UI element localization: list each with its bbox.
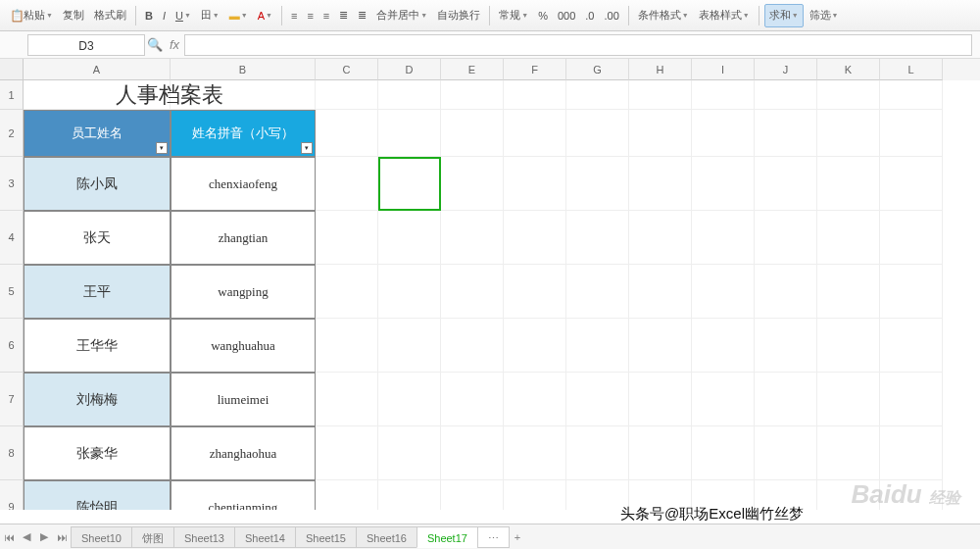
column-header-F[interactable]: F (504, 59, 566, 80)
row-header-1[interactable]: 1 (0, 80, 24, 110)
font-color-button[interactable]: A▼ (254, 4, 276, 27)
column-header-G[interactable]: G (566, 59, 629, 80)
cell-name[interactable]: 王华华 (24, 319, 171, 373)
fill-color-button[interactable]: ▬▼ (225, 4, 252, 27)
cell-pinyin[interactable]: liumeimei (171, 373, 316, 426)
align-center-button[interactable]: ≡ (303, 4, 317, 27)
column-header-I[interactable]: I (692, 59, 755, 80)
sheet-tab[interactable]: Sheet13 (173, 526, 235, 548)
header-pinyin[interactable]: 姓名拼音（小写）▾ (171, 110, 316, 157)
italic-button[interactable]: I (159, 4, 170, 27)
row-header-7[interactable]: 7 (0, 373, 24, 426)
cell-name[interactable]: 陈小凤 (24, 157, 171, 211)
sheet-tab[interactable]: Sheet16 (356, 526, 417, 548)
table-style-button[interactable]: 表格样式▼ (695, 4, 754, 27)
row-header-9[interactable]: 9 (0, 480, 24, 510)
sheet-tab[interactable]: Sheet14 (234, 526, 296, 548)
cell-name[interactable]: 刘梅梅 (24, 373, 171, 426)
fill-icon: ▬ (229, 10, 240, 22)
add-sheet-button[interactable]: + (509, 527, 526, 547)
paste-button[interactable]: 📋粘贴▼ (6, 4, 57, 27)
align-bottom-button[interactable]: ≣ (354, 4, 370, 27)
ribbon-toolbar: 📋粘贴▼ 复制 格式刷 B I U▼ 田▼ ▬▼ A▼ ≡ ≡ ≡ ≣ ≣ 合并… (0, 0, 980, 31)
first-sheet-button[interactable]: ⏮ (0, 527, 18, 547)
sheet-tab[interactable]: Sheet17 (416, 526, 478, 548)
cell-name[interactable]: 陈怡明 (24, 480, 171, 510)
filter-button[interactable]: 筛选▼ (806, 4, 843, 27)
column-header-E[interactable]: E (441, 59, 504, 80)
cond-format-button[interactable]: 条件格式▼ (634, 4, 693, 27)
sheet-tab[interactable]: Sheet10 (71, 526, 132, 548)
bold-button[interactable]: B (141, 4, 157, 27)
cells-area[interactable]: 人事档案表员工姓名▾姓名拼音（小写）▾陈小凤chenxiaofeng张天zhan… (24, 80, 980, 510)
column-header-H[interactable]: H (629, 59, 692, 80)
merge-center-button[interactable]: 合并居中▼ (372, 4, 431, 27)
dec-decimal-button[interactable]: .00 (600, 4, 622, 27)
table-title: 人事档案表 (24, 80, 316, 110)
column-header-D[interactable]: D (378, 59, 441, 80)
sum-button[interactable]: 求和▼ (764, 4, 804, 27)
row-header-6[interactable]: 6 (0, 319, 24, 373)
cell-pinyin[interactable]: zhanghaohua (171, 426, 316, 480)
row-headers: 123456789 (0, 80, 24, 510)
underline-button[interactable]: U▼ (172, 4, 195, 27)
wrap-text-button[interactable]: 自动换行 (433, 4, 484, 27)
select-all-corner[interactable] (0, 59, 24, 80)
last-sheet-button[interactable]: ⏭ (53, 527, 71, 547)
align-left-button[interactable]: ≡ (287, 4, 301, 27)
spreadsheet-grid[interactable]: ABCDEFGHIJKL 123456789 人事档案表员工姓名▾姓名拼音（小写… (0, 59, 980, 510)
header-name[interactable]: 员工姓名▾ (24, 110, 171, 157)
formula-bar: D3 🔍 fx (0, 31, 980, 59)
column-header-C[interactable]: C (316, 59, 378, 80)
fx-icon[interactable]: fx (165, 37, 184, 52)
percent-button[interactable]: % (534, 4, 552, 27)
number-format-button[interactable]: 常规▼ (495, 4, 532, 27)
cell-name[interactable]: 张豪华 (24, 426, 171, 480)
align-top-button[interactable]: ≣ (335, 4, 352, 27)
column-headers: ABCDEFGHIJKL (24, 59, 980, 80)
active-cell[interactable] (378, 157, 441, 211)
cell-pinyin[interactable]: chenxiaofeng (171, 157, 316, 211)
row-header-8[interactable]: 8 (0, 426, 24, 480)
sheet-menu-button[interactable]: ⋯ (477, 526, 510, 548)
column-header-K[interactable]: K (817, 59, 880, 80)
column-header-A[interactable]: A (24, 59, 171, 80)
cell-pinyin[interactable]: wangping (171, 265, 316, 319)
inc-decimal-button[interactable]: .0 (581, 4, 598, 27)
format-painter-button[interactable]: 格式刷 (90, 4, 130, 27)
border-button[interactable]: 田▼ (197, 4, 223, 27)
next-sheet-button[interactable]: ▶ (35, 527, 53, 547)
copy-button[interactable]: 复制 (59, 4, 88, 27)
watermark-brand: Baidu 经验 (852, 479, 960, 510)
align-right-button[interactable]: ≡ (319, 4, 333, 27)
paste-icon: 📋 (10, 9, 24, 23)
column-header-L[interactable]: L (880, 59, 943, 80)
row-header-4[interactable]: 4 (0, 211, 24, 265)
search-icon[interactable]: 🔍 (145, 37, 165, 52)
cell-name[interactable]: 张天 (24, 211, 171, 265)
filter-icon[interactable]: ▾ (156, 142, 168, 154)
sheet-tab[interactable]: Sheet15 (295, 526, 357, 548)
cell-pinyin[interactable]: zhangtian (171, 211, 316, 265)
column-header-J[interactable]: J (755, 59, 817, 80)
formula-input[interactable] (184, 34, 972, 56)
cell-pinyin[interactable]: wanghuahua (171, 319, 316, 373)
sheet-tab-bar: ⏮ ◀ ▶ ⏭ Sheet10饼图Sheet13Sheet14Sheet15Sh… (0, 524, 980, 549)
prev-sheet-button[interactable]: ◀ (18, 527, 35, 547)
row-header-5[interactable]: 5 (0, 265, 24, 319)
caption-text: 头条号@职场Excel幽竹丝梦 (620, 505, 804, 524)
filter-icon[interactable]: ▾ (301, 142, 313, 154)
row-header-3[interactable]: 3 (0, 157, 24, 211)
comma-button[interactable]: 000 (554, 4, 579, 27)
column-header-B[interactable]: B (171, 59, 316, 80)
sheet-tab[interactable]: 饼图 (131, 526, 174, 548)
cell-pinyin[interactable]: chentianming (171, 480, 316, 510)
row-header-2[interactable]: 2 (0, 110, 24, 157)
name-box[interactable]: D3 (27, 34, 145, 56)
cell-name[interactable]: 王平 (24, 265, 171, 319)
